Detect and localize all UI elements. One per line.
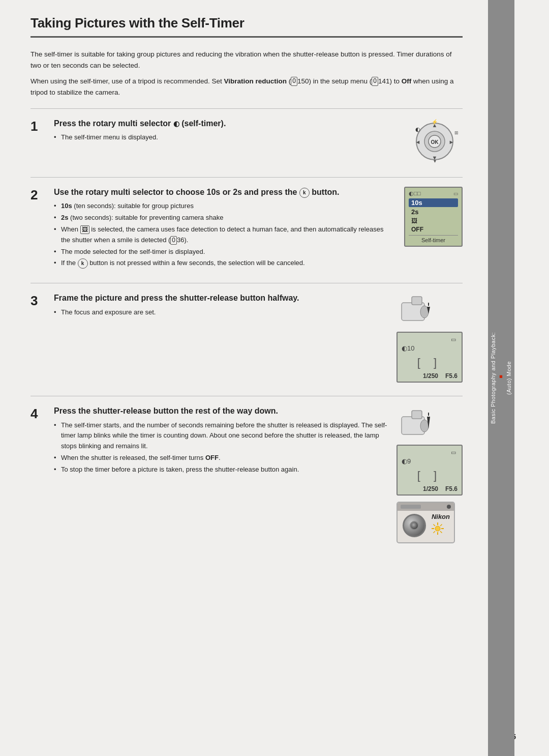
off-bold: Off	[402, 77, 412, 85]
ok-button-icon: k	[299, 188, 310, 198]
vf4-timer-label: ◐9	[402, 457, 458, 465]
step-1: 1 Press the rotary multi selector ◐ (sel…	[30, 118, 463, 164]
step-4-row: Press the shutter-release button the res…	[54, 405, 463, 543]
svg-line-29	[440, 525, 442, 527]
self-timer-lcd: ◐□□ ▭ 10s 2s 🖼 OFF Self-timer	[404, 187, 463, 247]
lcd-battery-icon: ▭	[453, 191, 458, 196]
step-3-row: Frame the picture and press the shutter-…	[54, 293, 463, 383]
step-2-image: ◐□□ ▭ 10s 2s 🖼 OFF Self-timer	[404, 187, 463, 247]
lcd-item-face: 🖼	[409, 217, 458, 225]
svg-text:⚡: ⚡	[432, 119, 438, 125]
face-detect-icon: 🖼	[80, 225, 89, 235]
vf3-shutter: 1/250	[423, 372, 438, 380]
svg-line-27	[434, 525, 436, 527]
svg-text:▾: ▾	[434, 158, 436, 163]
step-3: 3 Frame the picture and press the shutte…	[30, 293, 463, 383]
step-2-bullets: 10s (ten seconds): suitable for group pi…	[54, 201, 394, 269]
step-1-row: Press the rotary multi selector ◐ (self-…	[54, 118, 463, 164]
sidebar: Basic Photography and Playback: ■ (Auto)…	[488, 0, 514, 756]
vf4-top: ▭	[402, 449, 458, 456]
step-4-text-area: Press the shutter-release button the res…	[54, 405, 387, 476]
shutter-full-svg	[396, 405, 435, 439]
intro-para1: The self-timer is suitable for taking gr…	[30, 49, 463, 72]
step-1-content: Press the rotary multi selector ◐ (self-…	[50, 118, 463, 164]
vf3-battery: ▭	[449, 336, 458, 343]
section-divider-4	[30, 396, 463, 396]
step-2-bullet-5: If the k button is not pressed within a …	[54, 258, 394, 269]
intro-section: The self-timer is suitable for taking gr…	[30, 49, 463, 98]
step-4-bullets: The self-timer starts, and the number of…	[54, 420, 387, 475]
step-4-bullet-3: To stop the timer before a picture is ta…	[54, 464, 387, 475]
step-4: 4 Press the shutter-release button the r…	[30, 405, 463, 543]
step-3-viewfinder: ▭ ◐10 [ ] 1/250 F5.6	[396, 332, 463, 383]
step-1-bullets: The self-timer menu is displayed.	[54, 132, 398, 143]
camera-lens	[403, 514, 426, 537]
step-number-3: 3	[30, 293, 50, 308]
svg-text:◄: ◄	[415, 139, 421, 145]
vf3-timer-label: ◐10	[402, 344, 458, 352]
step-2-area: Use the rotary multi selector to choose …	[54, 187, 463, 270]
flash-star-svg	[431, 521, 445, 536]
vf3-aperture: F5.6	[445, 372, 458, 380]
2s-label: 2s	[233, 188, 242, 196]
step-2-bullet-4: The mode selected for the self-timer is …	[54, 247, 394, 257]
10s-label: 10s	[207, 188, 221, 196]
section-divider-2	[30, 177, 463, 178]
sidebar-label: Basic Photography and Playback: ■ (Auto)…	[490, 332, 513, 424]
vf3-brackets: [ ]	[402, 353, 458, 372]
step-number-4: 4	[30, 405, 50, 421]
step-3-content: Frame the picture and press the shutter-…	[50, 293, 463, 383]
step-4-content: Press the shutter-release button the res…	[50, 405, 463, 543]
vf4-aperture: F5.6	[445, 485, 458, 492]
vf3-top: ▭	[402, 336, 458, 343]
intro-para2: When using the self-timer, use of a trip…	[30, 76, 463, 99]
camera-grip	[401, 505, 421, 509]
svg-point-22	[435, 526, 440, 531]
svg-line-28	[440, 531, 442, 533]
ref-icon2: 0	[372, 77, 378, 86]
step-2-text: Use the rotary multi selector to choose …	[54, 187, 394, 270]
main-content: Taking Pictures with the Self-Timer The …	[0, 0, 488, 756]
ref-icon-3: 0	[170, 236, 177, 245]
step-3-bullets: The focus and exposure are set.	[54, 307, 387, 318]
svg-rect-18	[412, 411, 422, 419]
step-4-bullet-2: When the shutter is released, the self-t…	[54, 453, 387, 463]
step-1-bullet-1: The self-timer menu is displayed.	[54, 132, 398, 143]
step-3-images: ▭ ◐10 [ ] 1/250 F5.6	[396, 293, 463, 383]
svg-rect-13	[412, 297, 422, 305]
self-timer-lamp	[431, 521, 445, 537]
vf4-shutter: 1/250	[423, 485, 438, 492]
ref-icon: 0	[291, 77, 297, 86]
page-header: Taking Pictures with the Self-Timer	[30, 15, 463, 38]
step-3-heading: Frame the picture and press the shutter-…	[54, 293, 387, 304]
lens-inner	[410, 521, 419, 530]
lcd-footer-label: Self-timer	[409, 235, 458, 243]
step-1-image: OK ▲ ▼ ◄ ► ◐ ⚡ ⊞	[407, 118, 463, 164]
sidebar-main-text: Basic Photography and Playback:	[490, 332, 496, 424]
step-number-2: 2	[30, 187, 50, 202]
ok-inline-icon: k	[78, 258, 88, 269]
off-text: OFF	[205, 454, 219, 461]
step-2: 2 Use the rotary multi selector to choos…	[30, 187, 463, 270]
camera-front-illustration: Nikon	[396, 502, 455, 543]
step-4-heading: Press the shutter-release button the res…	[54, 405, 387, 417]
page: Taking Pictures with the Self-Timer The …	[0, 0, 549, 756]
rotary-control-svg: OK ▲ ▼ ◄ ► ◐ ⚡ ⊞	[407, 118, 463, 163]
step-2-heading: Use the rotary multi selector to choose …	[54, 187, 394, 198]
step-4-shutter-illustration	[396, 405, 435, 439]
shutter-half-svg	[396, 293, 435, 326]
camera-shutter-btn	[447, 505, 451, 509]
step-3-bullet-1: The focus and exposure are set.	[54, 307, 387, 318]
step-2-bullet-1: 10s (ten seconds): suitable for group pi…	[54, 201, 394, 212]
nikon-label: Nikon	[432, 513, 450, 520]
svg-line-30	[434, 531, 436, 533]
bullet-2s: 2s	[61, 214, 68, 221]
section-divider-1	[30, 108, 463, 109]
step-4-bullet-1: The self-timer starts, and the number of…	[54, 420, 387, 452]
lcd-item-2s: 2s	[409, 208, 458, 216]
svg-text:►: ►	[449, 139, 454, 145]
vf4-battery: ▭	[449, 449, 458, 456]
section-divider-3	[30, 283, 463, 283]
step-2-bullet-2: 2s (two seconds): suitable for preventin…	[54, 213, 394, 223]
sidebar-mode-label: ■	[497, 332, 505, 422]
